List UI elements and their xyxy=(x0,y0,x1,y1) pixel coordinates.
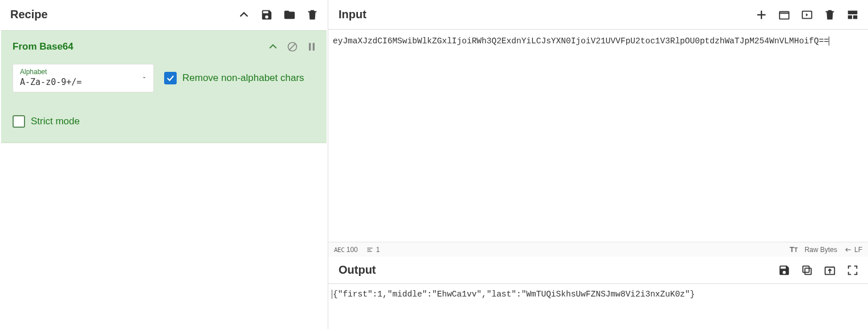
alphabet-label: Alphabet xyxy=(20,68,148,76)
input-open-icon[interactable] xyxy=(801,9,813,21)
svg-line-1 xyxy=(289,43,296,50)
add-tab-icon[interactable] xyxy=(755,9,768,21)
text-case-icon[interactable]: TT xyxy=(790,245,798,254)
alphabet-value: A-Za-z0-9+/= xyxy=(20,77,148,87)
svg-rect-2 xyxy=(309,43,311,50)
svg-rect-15 xyxy=(805,268,811,274)
strict-mode-label: Strict mode xyxy=(31,116,80,127)
eol-indicator[interactable]: LF xyxy=(844,246,862,254)
checkbox-unchecked-icon[interactable] xyxy=(13,115,25,128)
svg-rect-8 xyxy=(848,10,858,14)
svg-rect-3 xyxy=(313,43,315,50)
output-header: Output xyxy=(328,257,868,283)
chevron-up-icon[interactable] xyxy=(238,9,250,21)
aec-indicator: AEC 100 xyxy=(334,246,358,254)
move-output-icon[interactable] xyxy=(824,264,836,277)
remove-non-alpha-option[interactable]: Remove non-alphabet chars xyxy=(164,72,304,84)
operation-name: From Base64 xyxy=(13,41,74,52)
folder-icon[interactable] xyxy=(283,9,296,21)
save-output-icon[interactable] xyxy=(778,264,790,277)
collapse-op-icon[interactable] xyxy=(267,41,279,52)
fullscreen-icon[interactable] xyxy=(846,264,859,277)
input-header: Input xyxy=(328,0,868,29)
recipe-title: Recipe xyxy=(10,8,48,21)
io-panel: Input eyJmaXJzdCI6MSwibWlkZGxlIjoiRWh3Q2… xyxy=(328,0,868,329)
trash-icon[interactable] xyxy=(306,9,319,21)
disable-op-icon[interactable] xyxy=(287,41,298,52)
raw-bytes-toggle[interactable]: Raw Bytes xyxy=(805,246,837,254)
save-icon[interactable] xyxy=(260,9,273,21)
alphabet-dropdown[interactable]: Alphabet A-Za-z0-9+/= xyxy=(13,64,154,92)
operation-card: From Base64 Alphabet A-Za-z0-9+/= xyxy=(1,30,327,143)
output-textarea[interactable]: {"first":1,"middle":"EhwCa1vv","last":"W… xyxy=(328,283,868,329)
checkbox-checked-icon[interactable] xyxy=(164,72,177,84)
layout-toggle-icon[interactable] xyxy=(846,9,859,21)
status-bar: AEC 100 1 TT Raw Bytes LF xyxy=(328,242,868,257)
lines-indicator: 1 xyxy=(366,246,380,254)
strict-mode-option[interactable]: Strict mode xyxy=(13,115,317,128)
svg-rect-9 xyxy=(848,15,852,18)
open-folder-icon[interactable] xyxy=(778,9,790,21)
remove-non-alpha-label: Remove non-alphabet chars xyxy=(182,72,304,84)
input-textarea[interactable]: eyJmaXJzdCI6MSwibWlkZGxlIjoiRWh3Q2ExdnYi… xyxy=(328,29,868,242)
pause-op-icon[interactable] xyxy=(306,41,317,52)
clear-input-icon[interactable] xyxy=(824,9,836,21)
recipe-panel: Recipe From Base64 xyxy=(0,0,328,329)
input-title: Input xyxy=(339,8,366,21)
recipe-header: Recipe xyxy=(0,0,328,29)
svg-rect-10 xyxy=(853,15,857,18)
output-title: Output xyxy=(339,263,376,277)
input-text: eyJmaXJzdCI6MSwibWlkZGxlIjoiRWh3Q2ExdnYi… xyxy=(333,36,829,46)
copy-output-icon[interactable] xyxy=(801,264,813,277)
output-text: {"first":1,"middle":"EhwCa1vv","last":"W… xyxy=(332,290,695,299)
svg-rect-16 xyxy=(803,266,809,272)
